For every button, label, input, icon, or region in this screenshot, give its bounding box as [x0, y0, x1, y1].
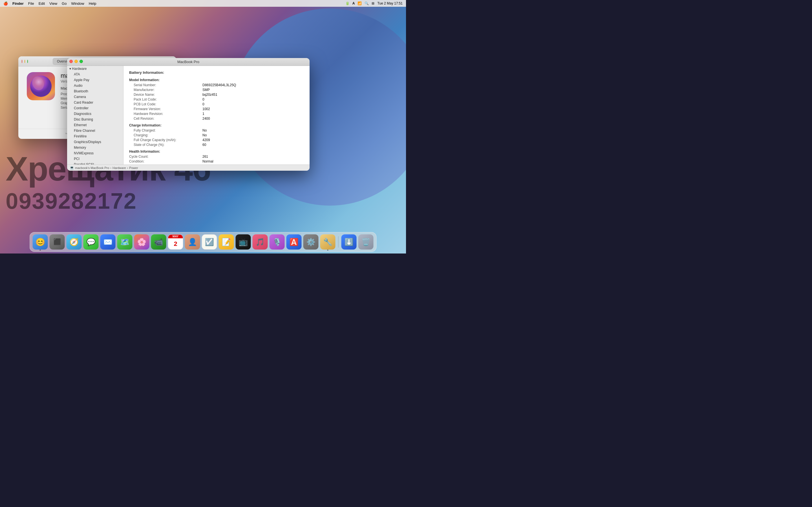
dock-calendar[interactable]: MAY 2	[168, 234, 183, 249]
sidebar-item-fibrechannel[interactable]: Fibre Channel	[67, 128, 123, 133]
dock-maps[interactable]: 🗺️	[117, 234, 133, 249]
input-source: A	[352, 1, 355, 5]
firmware-version-value: 1002	[202, 107, 210, 111]
dock-safari[interactable]: 🧭	[66, 234, 82, 249]
sidebar-item-ethernet[interactable]: Ethernet	[67, 122, 123, 128]
state-of-charge-value: 60	[202, 143, 206, 147]
device-name-value: bq20z451	[202, 93, 217, 97]
menubar-help[interactable]: Help	[89, 1, 96, 6]
full-charge-cap-value: 4209	[202, 138, 210, 142]
sidebar-item-graphics[interactable]: Graphics/Displays	[67, 139, 123, 145]
pcb-lot-value: 0	[202, 102, 204, 106]
sidebar-item-ata[interactable]: ATA	[67, 71, 123, 77]
sidebar-item-pci[interactable]: PCI	[67, 156, 123, 162]
clock: Tue 2 May 17:51	[377, 1, 403, 5]
cycle-count-value: 261	[202, 155, 208, 159]
sidebar-item-nvmexpress[interactable]: NVMExpress	[67, 151, 123, 156]
breadcrumb-sep1: ›	[110, 166, 111, 170]
dock-messages[interactable]: 💬	[84, 234, 99, 249]
dock-sysinfo[interactable]: 🔧	[320, 234, 336, 249]
dock-separator	[338, 236, 339, 247]
sidebar-item-diagnostics[interactable]: Diagnostics	[67, 111, 123, 117]
dock-photos[interactable]: 🌸	[134, 234, 149, 249]
manufacturer-label: Manufacturer:	[129, 88, 202, 92]
condition-value: Normal	[202, 159, 213, 163]
sysinfo-body: ▾ Hardware ATA Apple Pay Audio Bluetooth…	[67, 66, 310, 165]
sidebar-item-applepay[interactable]: Apple Pay	[67, 77, 123, 83]
pack-lot-label: Pack Lot Code:	[129, 98, 202, 101]
sidebar-item-firewire[interactable]: FireWire	[67, 133, 123, 139]
dock-launchpad[interactable]: ⬛	[50, 234, 65, 249]
sidebar-item-memory[interactable]: Memory	[67, 145, 123, 151]
sidebar-hardware-group[interactable]: ▾ Hardware	[67, 66, 123, 71]
macos-logo	[27, 72, 55, 100]
sysinfo-titlebar: MacBook Pro	[67, 58, 310, 66]
dock-reminders[interactable]: ☑️	[202, 234, 217, 249]
battery-indicator: 🔋	[345, 1, 350, 5]
dock-facetime[interactable]: 📹	[151, 234, 166, 249]
sysinfo-close[interactable]	[69, 60, 73, 63]
breadcrumb-macbook: macbook's MacBook Pro	[75, 166, 109, 170]
serial-num-label: Serial Number:	[129, 83, 202, 87]
system-info-window: MacBook Pro ▾ Hardware ATA Apple Pay Aud…	[67, 58, 310, 171]
sidebar-item-controller[interactable]: Controller	[67, 105, 123, 111]
sidebar-item-camera[interactable]: Camera	[67, 94, 123, 100]
sysinfo-detail-panel: Battery Information: Model Information: …	[123, 66, 310, 165]
device-name-label: Device Name:	[129, 93, 202, 97]
cycle-count-label: Cycle Count:	[129, 155, 202, 159]
sysinfo-title: MacBook Pro	[70, 60, 307, 64]
sysinfo-maximize[interactable]	[80, 60, 83, 63]
fully-charged-value: No	[202, 128, 207, 132]
dock-contacts[interactable]: 👤	[185, 234, 200, 249]
dock-mail[interactable]: ✉️	[100, 234, 116, 249]
wifi-indicator: 📶	[357, 1, 362, 5]
sysinfo-sidebar: ▾ Hardware ATA Apple Pay Audio Bluetooth…	[67, 66, 123, 165]
model-info-subtitle: Model Information:	[129, 78, 304, 82]
sidebar-item-bluetooth[interactable]: Bluetooth	[67, 89, 123, 94]
full-charge-cap-label: Full Charge Capacity (mAh):	[129, 138, 202, 142]
manufacturer-value: SMP	[202, 88, 210, 92]
dock-downloads[interactable]: ⬇️	[342, 234, 357, 249]
sidebar-item-parallelscsi[interactable]: Parallel SCSI	[67, 162, 123, 165]
dock-syspref[interactable]: ⚙️	[303, 234, 319, 249]
control-center-icon[interactable]: ⊞	[371, 1, 374, 5]
breadcrumb: 💻 macbook's MacBook Pro › Hardware › Pow…	[67, 165, 310, 171]
hardware-revision-label: Hardware Revision:	[129, 112, 202, 116]
pack-lot-value: 0	[202, 98, 204, 101]
sidebar-item-cardreader[interactable]: Card Reader	[67, 100, 123, 105]
pcb-lot-label: PCB Lot Code:	[129, 102, 202, 106]
dock-tv[interactable]: 📺	[236, 234, 251, 249]
dock: 😊 ⬛ 🧭 💬 ✉️ 🗺️ 🌸 📹 MAY 2 👤 ☑️ 📝 📺 🎵 🎙️	[30, 232, 377, 252]
menubar-go[interactable]: Go	[62, 1, 66, 6]
dock-appstore[interactable]: 🅰️	[287, 234, 302, 249]
sysinfo-minimize[interactable]	[74, 60, 78, 63]
menubar-view[interactable]: View	[49, 1, 57, 6]
charge-info-subtitle: Charge Information:	[129, 123, 304, 127]
menubar-finder[interactable]: Finder	[12, 1, 24, 6]
dock-music[interactable]: 🎵	[253, 234, 268, 249]
dock-podcasts[interactable]: 🎙️	[269, 234, 285, 249]
apple-menu[interactable]: 🍎	[3, 1, 8, 6]
sidebar-item-audio[interactable]: Audio	[67, 83, 123, 89]
minimize-button[interactable]	[24, 60, 25, 63]
health-info-subtitle: Health Information:	[129, 150, 304, 154]
state-of-charge-label: State of Charge (%):	[129, 143, 202, 147]
calendar-month: MAY	[168, 235, 183, 238]
dock-trash[interactable]: 🗑️	[358, 234, 373, 249]
dock-notes[interactable]: 📝	[219, 234, 234, 249]
cell-revision-value: 2400	[202, 117, 210, 121]
charging-label: Charging:	[129, 133, 202, 137]
serial-num-value: D869225B464L3L25Q	[202, 83, 236, 87]
menubar-window[interactable]: Window	[71, 1, 84, 6]
menubar-file[interactable]: File	[28, 1, 34, 6]
dock-finder[interactable]: 😊	[33, 234, 48, 249]
search-icon[interactable]: 🔍	[364, 1, 369, 5]
maximize-button[interactable]	[28, 60, 28, 63]
battery-info-title: Battery Information:	[129, 70, 304, 75]
breadcrumb-power: Power	[129, 166, 138, 170]
menubar: 🍎 Finder File Edit View Go Window Help 🔋…	[0, 0, 406, 7]
sidebar-item-discburning[interactable]: Disc Burning	[67, 117, 123, 122]
menubar-edit[interactable]: Edit	[39, 1, 45, 6]
fully-charged-label: Fully Charged:	[129, 128, 202, 132]
close-button[interactable]	[22, 60, 22, 63]
